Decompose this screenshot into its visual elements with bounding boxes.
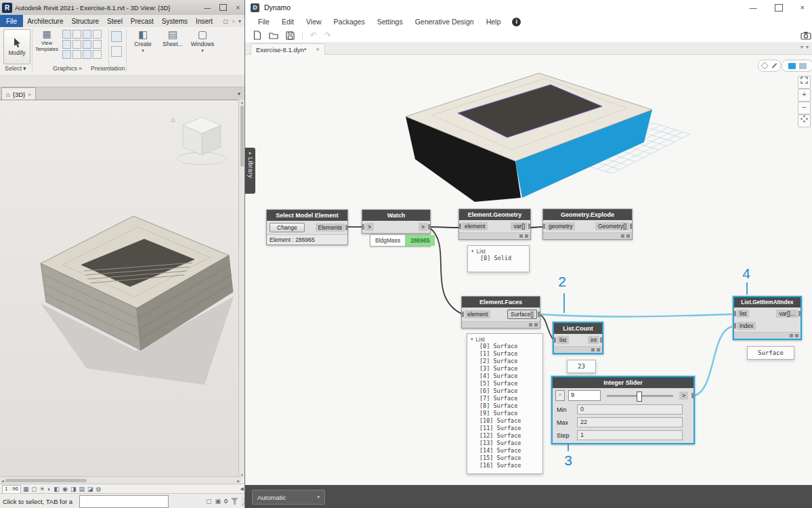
count-preview-bubble[interactable]: 23 bbox=[567, 360, 596, 373]
ribbon-option-icon[interactable]: ○ bbox=[232, 18, 235, 24]
list-expander-icon[interactable]: ▾ bbox=[471, 337, 473, 342]
graphics-tool-icon[interactable] bbox=[72, 50, 81, 59]
output-nub[interactable] bbox=[538, 312, 540, 317]
graphics-tool-icon[interactable] bbox=[93, 40, 102, 49]
input-nub[interactable] bbox=[733, 323, 736, 329]
change-button[interactable]: Change bbox=[270, 223, 305, 232]
node-geometry-explode[interactable]: Geometry.Explode geometry Geometry[] bbox=[542, 209, 633, 240]
modify-button[interactable]: Modify bbox=[3, 29, 30, 64]
notifications-icon[interactable]: i bbox=[512, 18, 521, 26]
node-title[interactable]: Element.Geometry bbox=[459, 209, 530, 220]
ribbon-option-icon[interactable]: ▢ bbox=[223, 18, 229, 24]
input-port-index[interactable]: index bbox=[737, 322, 756, 330]
output-nub[interactable] bbox=[600, 337, 603, 343]
max-input[interactable]: 22 bbox=[577, 417, 683, 427]
ribbon-tab-steel[interactable]: Steel bbox=[103, 15, 127, 27]
menu-help[interactable]: Help bbox=[480, 18, 507, 26]
graphics-panel-label[interactable]: Graphics » bbox=[53, 65, 82, 72]
view-control-icon[interactable]: ▦ bbox=[23, 485, 29, 493]
preview-icon[interactable] bbox=[529, 323, 532, 326]
node-integer-slider[interactable]: Integer Slider ^ 9 > Min 0 Max 22 Step 1 bbox=[551, 376, 695, 444]
revit-app-icon[interactable]: R bbox=[2, 3, 12, 13]
geometry-edit-toggle[interactable] bbox=[758, 60, 781, 72]
input-port-list[interactable]: list bbox=[557, 336, 569, 344]
output-port-geometry-list[interactable]: Geometry[] bbox=[595, 222, 629, 230]
lacing-icon[interactable] bbox=[534, 323, 538, 326]
input-nub[interactable] bbox=[733, 311, 736, 316]
min-input[interactable]: 0 bbox=[577, 404, 683, 415]
save-icon[interactable] bbox=[286, 31, 295, 40]
output-port-elements[interactable]: Elements bbox=[316, 224, 345, 232]
output-nub[interactable] bbox=[630, 224, 633, 229]
close-button[interactable]: × bbox=[236, 4, 240, 12]
workspace-tab[interactable]: Exercise-8.1.dyn* × bbox=[251, 43, 325, 55]
input-nub[interactable] bbox=[362, 224, 364, 230]
view-control-icon[interactable]: ◉ bbox=[62, 485, 68, 493]
input-port-list[interactable]: list bbox=[737, 310, 749, 318]
view-tab-close-icon[interactable]: × bbox=[28, 91, 31, 98]
lacing-icon[interactable] bbox=[525, 234, 528, 238]
graphics-tool-icon[interactable] bbox=[83, 50, 91, 59]
output-nub[interactable] bbox=[528, 224, 531, 229]
preview-3d-view-icon[interactable] bbox=[799, 63, 807, 69]
graphics-tool-icon[interactable] bbox=[62, 50, 71, 59]
view-control-icon[interactable]: ◐ bbox=[47, 485, 51, 493]
scroll-up-icon[interactable]: ▲ bbox=[240, 100, 244, 104]
input-nub[interactable] bbox=[461, 312, 464, 317]
viewport-vertical-scrollbar[interactable]: ▲ ▼ bbox=[238, 100, 244, 478]
node-list-getitematindex[interactable]: List.GetItemAtIndex list var[]... index bbox=[733, 296, 802, 340]
view-templates-button[interactable]: ▦ View Templates bbox=[34, 29, 60, 63]
open-file-icon[interactable] bbox=[269, 31, 278, 40]
tab-overflow-icon[interactable]: ▾ bbox=[800, 44, 803, 50]
presentation-tool-icon[interactable] bbox=[111, 31, 122, 42]
output-port-int[interactable]: int bbox=[588, 336, 599, 344]
maximize-button[interactable] bbox=[219, 4, 227, 11]
input-nub[interactable] bbox=[553, 337, 556, 343]
pan-button[interactable] bbox=[798, 114, 811, 127]
menu-settings[interactable]: Settings bbox=[371, 18, 409, 26]
view-tab-3d[interactable]: ⌂ {3D} × bbox=[1, 87, 36, 100]
ribbon-tab-systems[interactable]: Systems bbox=[158, 15, 192, 27]
input-port-element[interactable]: element bbox=[465, 310, 490, 318]
graphics-tool-icon[interactable] bbox=[62, 30, 71, 39]
slider-handle[interactable] bbox=[637, 391, 642, 402]
windows-button[interactable]: ▢ Windows ▾ bbox=[188, 29, 217, 66]
view-control-icon[interactable]: ▤ bbox=[79, 485, 85, 493]
slider-output-port[interactable]: > bbox=[679, 391, 688, 400]
output-nub[interactable] bbox=[691, 393, 694, 398]
node-title[interactable]: List.GetItemAtIndex bbox=[734, 297, 800, 308]
node-element-geometry[interactable]: Element.Geometry element var[] bbox=[458, 209, 531, 240]
lacing-icon[interactable] bbox=[795, 334, 798, 337]
graphics-tool-icon[interactable] bbox=[93, 50, 102, 59]
ribbon-tab-insert[interactable]: Insert bbox=[192, 15, 217, 27]
ribbon-tab-structure[interactable]: Structure bbox=[67, 15, 103, 27]
select-panel-label[interactable]: Select ▾ bbox=[5, 65, 26, 72]
node-title[interactable]: Integer Slider bbox=[553, 377, 693, 388]
view-control-icon[interactable]: ◻ bbox=[32, 485, 37, 493]
node-title[interactable]: Element.Faces bbox=[462, 297, 540, 308]
step-input[interactable]: 1 bbox=[577, 430, 683, 440]
graph-view-icon[interactable] bbox=[788, 63, 796, 69]
collapse-bar-icon[interactable]: ◀ bbox=[240, 486, 244, 492]
scrollbar-thumb[interactable] bbox=[240, 106, 244, 167]
output-port-var[interactable]: var[]... bbox=[776, 310, 798, 318]
output-nub[interactable] bbox=[798, 311, 801, 316]
zoom-in-button[interactable]: + bbox=[798, 89, 811, 102]
collapse-button[interactable]: ^ bbox=[555, 390, 565, 401]
node-title[interactable]: Geometry.Explode bbox=[543, 209, 632, 220]
maximize-button[interactable] bbox=[775, 4, 783, 12]
input-port-element[interactable]: element bbox=[462, 222, 488, 230]
view-control-icon[interactable]: ◨ bbox=[70, 485, 77, 493]
status-input[interactable] bbox=[79, 495, 169, 508]
scroll-left-icon[interactable]: ◀ bbox=[1, 479, 4, 483]
menu-generative-design[interactable]: Generative Design bbox=[409, 18, 480, 26]
node-title[interactable]: Select Model Element bbox=[267, 210, 347, 221]
node-title[interactable]: Watch bbox=[362, 210, 430, 221]
view-control-icon[interactable]: ◧ bbox=[54, 485, 60, 493]
create-button[interactable]: ◧ Create ▾ bbox=[129, 29, 157, 66]
redo-icon[interactable]: ↷ bbox=[324, 31, 331, 39]
view-control-icon[interactable]: ◍ bbox=[95, 485, 101, 493]
output-nub[interactable] bbox=[345, 225, 348, 230]
preview-icon[interactable] bbox=[591, 348, 595, 352]
menu-packages[interactable]: Packages bbox=[328, 18, 371, 26]
